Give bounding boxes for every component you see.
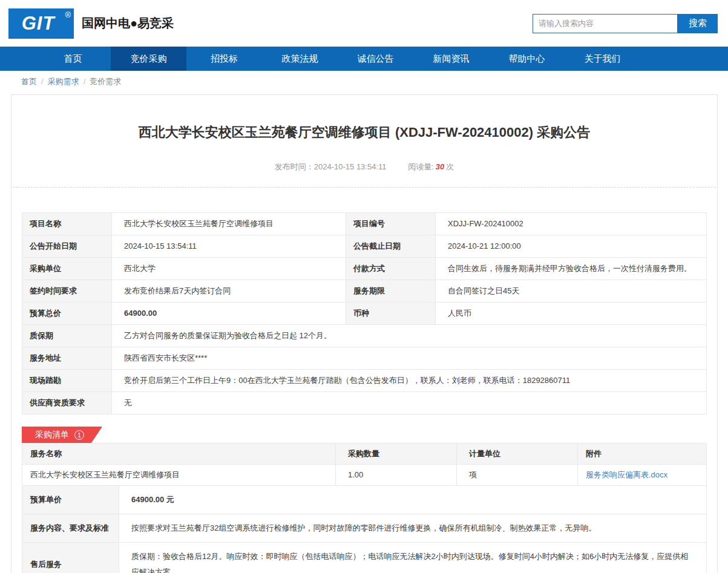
field-label: 售后服务: [22, 543, 119, 573]
main-nav: 首页 竞价采购 招投标 政策法规 诚信公告 新闻资讯 帮助中心 关于我们: [0, 47, 728, 71]
view-count: 阅读量:30次: [408, 162, 454, 172]
top-header: GIT ® 国网中电●易竞采 搜索: [0, 0, 728, 47]
breadcrumb-current: 竞价需求: [90, 77, 121, 86]
field-label: 项目名称: [22, 213, 112, 235]
table-row: 现场踏勘 竞价开启后第三个工作日上午9：00在西北大学玉兰苑餐厅踏勘（包含公告发…: [22, 370, 707, 392]
quantity-cell: 1.00: [336, 465, 457, 486]
field-value: 自合同签订之日45天: [436, 280, 707, 303]
field-value: 按照要求对玉兰苑餐厅32组空调系统进行检修维护，同时对故障的零部件进行维修更换，…: [119, 514, 707, 543]
site-logo[interactable]: GIT ®: [8, 8, 74, 39]
purchase-list-table: 服务名称 采购数量 计量单位 附件 西北大学长安校区玉兰苑餐厅空调维修项目 1.…: [22, 443, 707, 486]
field-value: 质保期：验收合格后12月。响应时效：即时响应（包括电话响应）；电话响应无法解决2…: [119, 543, 707, 573]
field-value: 人民币: [436, 303, 707, 325]
field-value: 发布竞价结果后7天内签订合同: [112, 280, 346, 303]
field-label: 公告截止日期: [346, 235, 436, 258]
search-input[interactable]: [533, 14, 678, 33]
nav-item-home[interactable]: 首页: [35, 47, 111, 71]
field-label: 服务内容、要求及标准: [22, 514, 119, 543]
logo-area: GIT ® 国网中电●易竞采: [8, 8, 174, 39]
nav-item-integrity-notice[interactable]: 诚信公告: [338, 47, 413, 71]
budget-unit-price: 64900.00 元: [119, 486, 707, 514]
table-row: 预算总价 64900.00 币种 人民币: [22, 303, 707, 325]
table-row: 采购单位 西北大学 付款方式 合同生效后，待服务期满并经甲方验收合格后，一次性付…: [22, 258, 707, 280]
registered-mark-icon: ®: [65, 10, 71, 19]
nav-item-news[interactable]: 新闻资讯: [413, 47, 489, 71]
field-label: 服务地址: [22, 347, 112, 370]
field-value: 西北大学: [112, 258, 346, 280]
notice-meta: 发布时间：2024-10-15 13:54:11 阅读量:30次: [11, 162, 717, 172]
table-row: 售后服务 质保期：验收合格后12月。响应时效：即时响应（包括电话响应）；电话响应…: [22, 543, 707, 573]
breadcrumb: 首页/采购需求/竞价需求: [0, 71, 728, 92]
table-row: 质保期 乙方对合同服务的质量保证期为验收合格后之日起 12个月。: [22, 325, 707, 347]
field-value: 无: [112, 392, 707, 414]
divider: [13, 187, 716, 188]
column-header: 采购数量: [336, 444, 457, 465]
field-value: 2024-10-21 12:00:00: [436, 235, 707, 258]
attachment-link[interactable]: 服务类响应偏离表.docx: [586, 470, 667, 479]
table-row: 签约时间要求 发布竞价结果后7天内签订合同 服务期限 自合同签订之日45天: [22, 280, 707, 303]
nav-item-help-center[interactable]: 帮助中心: [489, 47, 565, 71]
service-name-cell: 西北大学长安校区玉兰苑餐厅空调维修项目: [22, 465, 336, 486]
column-header: 服务名称: [22, 444, 336, 465]
field-label: 质保期: [22, 325, 112, 347]
table-row: 服务内容、要求及标准 按照要求对玉兰苑餐厅32组空调系统进行检修维护，同时对故障…: [22, 514, 707, 543]
table-header-row: 服务名称 采购数量 计量单位 附件: [22, 444, 707, 465]
unit-cell: 项: [457, 465, 578, 486]
table-row: 预算单价 64900.00 元: [22, 486, 707, 514]
search-button[interactable]: 搜索: [678, 14, 718, 33]
attachment-cell: 服务类响应偏离表.docx: [578, 465, 707, 486]
field-label: 预算总价: [22, 303, 112, 325]
field-value: 竞价开启后第三个工作日上午9：00在西北大学玉兰苑餐厅踏勘（包含公告发布日），联…: [112, 370, 707, 392]
field-label: 供应商资质要求: [22, 392, 112, 414]
field-value: 西北大学长安校区玉兰苑餐厅空调维修项目: [112, 213, 346, 235]
breadcrumb-separator: /: [41, 77, 44, 86]
purchase-list-badge-label: 采购清单: [35, 430, 69, 440]
publish-time: 发布时间：2024-10-15 13:54:11: [275, 162, 387, 172]
table-row: 西北大学长安校区玉兰苑餐厅空调维修项目 1.00 项 服务类响应偏离表.docx: [22, 465, 707, 486]
nav-item-policies[interactable]: 政策法规: [262, 47, 338, 71]
purchase-list-badge: 采购清单 1: [22, 427, 102, 443]
field-label: 签约时间要求: [22, 280, 112, 303]
budget-total-price: 64900.00: [112, 303, 346, 325]
field-value: 合同生效后，待服务期满并经甲方验收合格后，一次性付清服务费用。: [436, 258, 707, 280]
field-label: 币种: [346, 303, 436, 325]
table-row: 项目名称 西北大学长安校区玉兰苑餐厅空调维修项目 项目编号 XDJJ-FW-20…: [22, 213, 707, 235]
column-header: 附件: [578, 444, 707, 465]
field-label: 预算单价: [22, 486, 119, 514]
table-row: 服务地址 陕西省西安市长安区****: [22, 347, 707, 370]
badge-count: 1: [74, 430, 84, 440]
table-row: 供应商资质要求 无: [22, 392, 707, 414]
page-title: 西北大学长安校区玉兰苑餐厅空调维修项目 (XDJJ-FW-202410002) …: [11, 95, 717, 142]
column-header: 计量单位: [457, 444, 578, 465]
nav-item-about-us[interactable]: 关于我们: [565, 47, 640, 71]
purchase-detail-table: 预算单价 64900.00 元 服务内容、要求及标准 按照要求对玉兰苑餐厅32组…: [22, 485, 707, 573]
field-value: 陕西省西安市长安区****: [112, 347, 707, 370]
field-label: 采购单位: [22, 258, 112, 280]
breadcrumb-purchase-demand[interactable]: 采购需求: [48, 77, 79, 86]
logo-text: GIT: [22, 13, 61, 34]
field-label: 现场踏勘: [22, 370, 112, 392]
field-label: 服务期限: [346, 280, 436, 303]
field-label: 付款方式: [346, 258, 436, 280]
nav-item-tendering[interactable]: 招投标: [186, 47, 262, 71]
table-row: 公告开始日期 2024-10-15 13:54:11 公告截止日期 2024-1…: [22, 235, 707, 258]
breadcrumb-home[interactable]: 首页: [21, 77, 37, 86]
search-area: 搜索: [533, 14, 718, 33]
notice-card: 西北大学长安校区玉兰苑餐厅空调维修项目 (XDJJ-FW-202410002) …: [11, 94, 718, 573]
site-brand-name: 国网中电●易竞采: [82, 15, 174, 31]
nav-item-bidding-purchase[interactable]: 竞价采购: [111, 47, 186, 71]
field-value: 乙方对合同服务的质量保证期为验收合格后之日起 12个月。: [112, 325, 707, 347]
field-value: XDJJ-FW-202410002: [436, 213, 707, 235]
view-count-number: 30: [436, 162, 444, 171]
breadcrumb-separator: /: [84, 77, 86, 86]
project-info-table: 项目名称 西北大学长安校区玉兰苑餐厅空调维修项目 项目编号 XDJJ-FW-20…: [22, 212, 707, 414]
field-label: 公告开始日期: [22, 235, 112, 258]
field-value: 2024-10-15 13:54:11: [112, 235, 346, 258]
field-label: 项目编号: [346, 213, 436, 235]
